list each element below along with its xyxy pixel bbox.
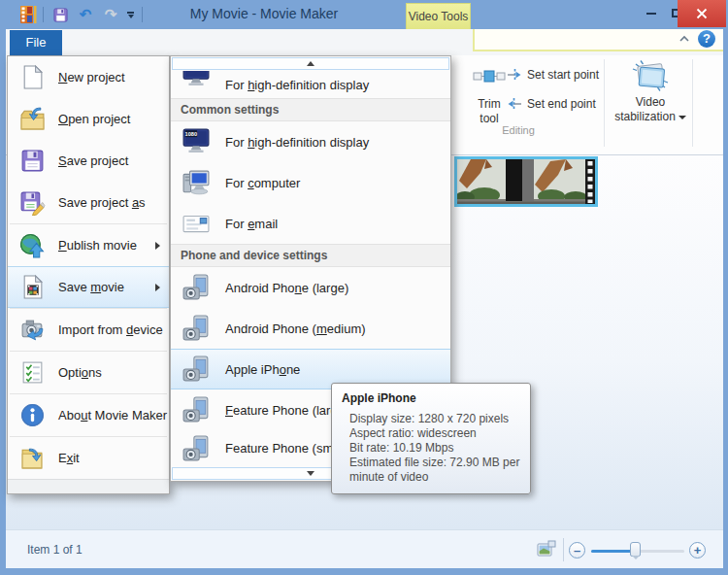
new-project-icon bbox=[19, 64, 46, 90]
menu-item-label: Save project as bbox=[58, 195, 146, 210]
contextual-ribbon-strip: ? bbox=[473, 29, 723, 51]
save-project-icon bbox=[19, 148, 46, 174]
submenu-item-label: For high-definition display bbox=[225, 135, 369, 150]
video-clip-thumbnail[interactable] bbox=[454, 156, 598, 207]
menu-item-import-from-device[interactable]: Import from device bbox=[8, 309, 169, 351]
computer-icon bbox=[182, 169, 210, 196]
import-from-device-icon bbox=[19, 317, 46, 343]
set-end-point-button[interactable]: Set end point bbox=[507, 93, 596, 115]
thumbnail-view-icon[interactable] bbox=[537, 540, 556, 558]
hd-display-icon: 1080 bbox=[182, 128, 210, 155]
preset-tooltip: Apple iPhone Display size: 1280 x 720 pi… bbox=[331, 383, 531, 494]
submenu-item-label: For email bbox=[225, 217, 278, 231]
menu-item-save-project[interactable]: Save project bbox=[8, 140, 169, 182]
save-icon[interactable] bbox=[51, 6, 69, 23]
video-stabilization-icon bbox=[629, 58, 672, 93]
menu-item-save-movie[interactable]: Save movie bbox=[8, 266, 169, 308]
ribbon-separator bbox=[692, 59, 693, 147]
submenu-arrow-icon bbox=[155, 242, 160, 250]
tooltip-title: Apple iPhone bbox=[342, 391, 520, 405]
scroll-up-icon bbox=[307, 61, 314, 66]
section-header-common-settings: Common settings bbox=[171, 98, 450, 121]
menu-item-label: Options bbox=[58, 365, 102, 380]
submenu-item-label: Android Phone (medium) bbox=[225, 321, 366, 336]
menu-item-options[interactable]: Options bbox=[8, 352, 169, 393]
menu-item-label: About Movie Maker bbox=[58, 408, 167, 423]
menu-item-label: Publish movie bbox=[58, 238, 137, 253]
menu-item-about[interactable]: About Movie Maker bbox=[8, 394, 169, 436]
zoom-slider-thumb[interactable] bbox=[630, 542, 641, 557]
video-tools-contextual-tab[interactable]: Video Tools bbox=[406, 3, 471, 29]
ribbon-separator bbox=[604, 59, 605, 147]
window-title: My Movie - Movie Maker bbox=[155, 6, 373, 21]
file-tab[interactable]: File bbox=[10, 30, 62, 55]
menu-item-label: Open project bbox=[58, 112, 130, 126]
customize-qat-icon[interactable] bbox=[127, 12, 134, 18]
submenu-item-hd-display[interactable]: 1080 For high-definition display bbox=[171, 121, 450, 162]
menu-item-save-project-as[interactable]: Save project as bbox=[8, 182, 169, 223]
submenu-item-android-medium[interactable]: Android Phone (medium) bbox=[171, 308, 450, 349]
submenu-item-android-large[interactable]: Android Phone (large) bbox=[171, 267, 450, 308]
submenu-item-label: For computer bbox=[225, 176, 300, 190]
submenu-item-for-email[interactable]: For email bbox=[171, 203, 450, 244]
options-icon bbox=[19, 359, 46, 386]
zoom-out-button[interactable]: – bbox=[569, 542, 585, 558]
collapse-ribbon-icon[interactable] bbox=[678, 33, 690, 45]
menu-item-open-project[interactable]: Open project bbox=[8, 98, 169, 140]
scroll-up-button[interactable] bbox=[172, 57, 449, 70]
submenu-item-for-computer[interactable]: For computer bbox=[171, 162, 450, 203]
publish-movie-icon bbox=[19, 232, 46, 258]
phone-device-icon bbox=[182, 396, 210, 423]
status-bar: Item 1 of 1 – + bbox=[6, 529, 723, 568]
item-count-label: Item 1 of 1 bbox=[27, 543, 83, 557]
tooltip-line: Estimated file size: 72.90 MB per minute… bbox=[349, 456, 520, 485]
menu-item-exit[interactable]: Exit bbox=[8, 437, 169, 479]
quick-access-toolbar: ↶ ↷ bbox=[43, 5, 143, 24]
set-end-point-label: Set end point bbox=[527, 97, 596, 112]
minimize-button[interactable] bbox=[639, 0, 664, 26]
undo-icon[interactable]: ↶ bbox=[77, 6, 94, 23]
open-project-icon bbox=[19, 106, 46, 132]
phone-device-icon bbox=[182, 315, 210, 342]
menu-item-new-project[interactable]: New project bbox=[8, 56, 169, 98]
save-movie-icon bbox=[19, 274, 46, 300]
trim-tool-label: Trim tool bbox=[473, 97, 506, 126]
menu-item-label: Save movie bbox=[58, 280, 124, 294]
set-start-point-icon bbox=[507, 68, 522, 82]
video-stabilization-button[interactable]: Video stabilization bbox=[610, 58, 691, 148]
tooltip-line: Display size: 1280 x 720 pixels bbox=[349, 412, 520, 426]
phone-device-icon bbox=[182, 355, 210, 383]
close-button[interactable] bbox=[678, 0, 726, 27]
menu-item-label: Exit bbox=[58, 451, 80, 465]
exit-icon bbox=[19, 445, 46, 471]
submenu-item-label: Android Phone (large) bbox=[225, 281, 348, 295]
statusbar-separator bbox=[563, 538, 564, 561]
menu-item-publish-movie[interactable]: Publish movie bbox=[8, 224, 169, 266]
ribbon-tab-row: File ? bbox=[6, 29, 723, 55]
phone-device-icon bbox=[182, 274, 210, 301]
close-icon bbox=[696, 8, 708, 19]
scroll-down-icon bbox=[307, 471, 314, 476]
movie-maker-window: ↶ ↷ My Movie - Movie Maker Video Tools F… bbox=[0, 0, 728, 575]
qat-separator bbox=[142, 7, 143, 22]
set-end-point-icon bbox=[507, 97, 522, 111]
phone-device-icon bbox=[182, 435, 210, 462]
editing-group-label: Editing bbox=[470, 124, 567, 136]
tooltip-line: Aspect ratio: widescreen bbox=[349, 426, 520, 441]
help-icon[interactable]: ? bbox=[698, 30, 715, 48]
tooltip-line: Bit rate: 10.19 Mbps bbox=[349, 441, 520, 456]
trim-tool-icon bbox=[473, 69, 506, 84]
set-start-point-button[interactable]: Set start point bbox=[507, 64, 599, 85]
menu-item-label: Save project bbox=[58, 153, 128, 168]
video-stabilization-label: Video stabilization bbox=[612, 95, 689, 124]
save-project-as-icon bbox=[19, 189, 46, 216]
zoom-slider-fill bbox=[591, 550, 632, 553]
movie-maker-app-icon[interactable] bbox=[19, 6, 38, 23]
section-header-phone-settings: Phone and device settings bbox=[171, 244, 450, 267]
submenu-arrow-icon bbox=[155, 284, 160, 291]
zoom-in-button[interactable]: + bbox=[689, 542, 706, 558]
redo-icon[interactable]: ↷ bbox=[102, 6, 119, 23]
title-bar: ↶ ↷ My Movie - Movie Maker Video Tools bbox=[0, 0, 728, 29]
submenu-item-hd-display-partial[interactable]: For high-definition display bbox=[171, 71, 450, 98]
zoom-slider[interactable] bbox=[591, 542, 684, 559]
